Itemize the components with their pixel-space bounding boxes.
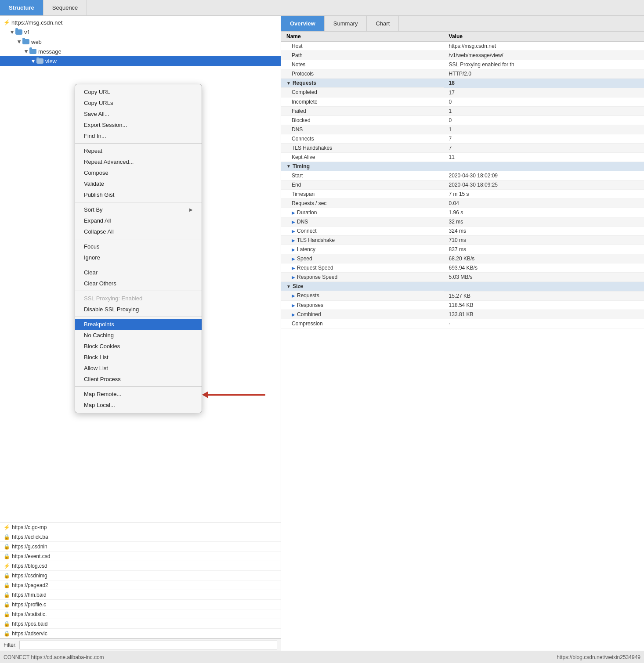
list-item[interactable]: 🔒 https://event.csd <box>0 551 281 561</box>
table-row[interactable]: ▶Request Speed693.94 KB/s <box>281 263 644 273</box>
list-item[interactable]: 🔒 https://csdnimg <box>0 571 281 580</box>
table-row[interactable]: Compression- <box>281 319 644 328</box>
list-item[interactable]: 🔒 https://statistic. <box>0 609 281 619</box>
tree-item-message[interactable]: ▶ message <box>0 47 281 56</box>
expand-arrow[interactable]: ▶ <box>292 312 295 317</box>
filter-input[interactable] <box>19 641 277 649</box>
menu-item-breakpoints[interactable]: Breakpoints <box>75 319 202 330</box>
table-row[interactable]: ProtocolsHTTP/2.0 <box>281 69 644 79</box>
menu-item-ignore[interactable]: Ignore <box>75 252 202 263</box>
lock-icon: 🔒 <box>4 534 10 540</box>
list-item[interactable]: ⚡ https://c.go-mp <box>0 522 281 532</box>
list-item[interactable]: 🔒 https://hm.baid <box>0 590 281 600</box>
list-item[interactable]: 🔒 https://adservic <box>0 629 281 638</box>
table-row[interactable]: ▶Combined133.81 KB <box>281 310 644 319</box>
lock-icon: 🔒 <box>4 621 10 627</box>
status-right: https://blog.csdn.net/weixin2534949 <box>557 654 640 660</box>
list-item[interactable]: 🔒 https://profile.c <box>0 600 281 609</box>
table-row[interactable]: Completed17 <box>281 88 644 97</box>
tree-item-web[interactable]: ▶ web <box>0 37 281 47</box>
table-row[interactable]: Failed1 <box>281 106 644 115</box>
table-row[interactable]: ▼Timing <box>281 162 644 171</box>
menu-item-compose[interactable]: Compose <box>75 167 202 178</box>
expand-arrow[interactable]: ▶ <box>292 210 295 215</box>
table-row[interactable]: ▼Size <box>281 282 644 292</box>
tab-structure[interactable]: Structure <box>0 0 43 15</box>
menu-item-copy-urls[interactable]: Copy URLs <box>75 97 202 108</box>
menu-separator-5 <box>75 291 202 291</box>
menu-item-find-in[interactable]: Find In... <box>75 130 202 141</box>
list-item[interactable]: 🔒 https://g.csdnin <box>0 542 281 551</box>
table-row[interactable]: Path/v1/web/message/view/ <box>281 51 644 60</box>
expand-arrow[interactable]: ▶ <box>292 220 295 224</box>
arrowhead <box>202 391 208 398</box>
list-item[interactable]: 🔒 https://pagead2 <box>0 580 281 590</box>
table-row[interactable]: Timespan7 m 15 s <box>281 190 644 199</box>
table-row[interactable]: Connects7 <box>281 134 644 143</box>
table-row[interactable]: ▶Latency837 ms <box>281 245 644 254</box>
menu-item-block-cookies[interactable]: Block Cookies <box>75 341 202 352</box>
menu-item-repeat[interactable]: Repeat <box>75 145 202 156</box>
menu-item-clear[interactable]: Clear <box>75 267 202 278</box>
menu-item-ssl-proxying: SSL Proxying: Enabled <box>75 293 202 304</box>
submenu-arrow: ▶ <box>189 207 193 212</box>
tab-overview[interactable]: Overview <box>281 16 325 31</box>
tree-root[interactable]: ⚡ https://msg.csdn.net <box>0 18 281 27</box>
table-row[interactable]: ▶Connect324 ms <box>281 227 644 236</box>
menu-item-expand-all[interactable]: Expand All <box>75 215 202 226</box>
tab-sequence[interactable]: Sequence <box>43 0 87 15</box>
menu-item-disable-ssl[interactable]: Disable SSL Proxying <box>75 304 202 315</box>
list-item[interactable]: ⚡ https://blog.csd <box>0 561 281 571</box>
table-row[interactable]: ▶Requests15.27 KB <box>281 291 644 300</box>
table-row[interactable]: ▶Response Speed5.03 MB/s <box>281 273 644 282</box>
table-row[interactable]: ▼Requests18 <box>281 79 644 88</box>
top-tab-bar: Structure Sequence <box>0 0 644 16</box>
tree-item-v1[interactable]: ▶ v1 <box>0 27 281 37</box>
expand-arrow[interactable]: ▶ <box>292 275 295 280</box>
table-row[interactable]: ▶TLS Handshake710 ms <box>281 236 644 245</box>
table-row[interactable]: DNS1 <box>281 125 644 134</box>
expand-arrow[interactable]: ▶ <box>292 247 295 252</box>
menu-item-copy-url[interactable]: Copy URL <box>75 86 202 97</box>
menu-item-clear-others[interactable]: Clear Others <box>75 278 202 289</box>
menu-item-save-all[interactable]: Save All... <box>75 108 202 119</box>
table-row[interactable]: ▶Duration1.96 s <box>281 208 644 217</box>
expand-arrow[interactable]: ▶ <box>292 266 295 270</box>
table-row[interactable]: Blocked0 <box>281 115 644 125</box>
expand-arrow[interactable]: ▶ <box>292 238 295 243</box>
menu-item-export-session[interactable]: Export Session... <box>75 119 202 130</box>
table-row[interactable]: ▶Speed68.20 KB/s <box>281 254 644 263</box>
expand-arrow[interactable]: ▶ <box>292 256 295 261</box>
expand-arrow[interactable]: ▶ <box>292 293 295 298</box>
table-row[interactable]: Start2020-04-30 18:02:09 <box>281 171 644 180</box>
expand-arrow[interactable]: ▶ <box>292 303 295 308</box>
breakpoint-arrow <box>202 391 265 398</box>
menu-item-publish-gist[interactable]: Publish Gist <box>75 189 202 200</box>
table-row[interactable]: ▶DNS32 ms <box>281 217 644 227</box>
menu-item-collapse-all[interactable]: Collapse All <box>75 226 202 237</box>
list-item[interactable]: 🔒 https://eclick.ba <box>0 532 281 542</box>
menu-item-map-local[interactable]: Map Local... <box>75 400 202 411</box>
table-row[interactable]: ▶Responses118.54 KB <box>281 300 644 310</box>
expand-arrow[interactable]: ▶ <box>292 229 295 234</box>
table-row[interactable]: NotesSSL Proxying enabled for th <box>281 60 644 69</box>
menu-item-map-remote[interactable]: Map Remote... <box>75 389 202 400</box>
menu-item-allow-list[interactable]: Allow List <box>75 363 202 374</box>
table-row[interactable]: Hosthttps://msg.csdn.net <box>281 42 644 51</box>
table-row[interactable]: Incomplete0 <box>281 97 644 106</box>
tab-summary[interactable]: Summary <box>325 16 367 31</box>
menu-item-sort-by[interactable]: Sort By ▶ <box>75 204 202 215</box>
table-row[interactable]: Requests / sec0.04 <box>281 199 644 208</box>
menu-item-block-list[interactable]: Block List <box>75 352 202 363</box>
tab-chart[interactable]: Chart <box>367 16 399 31</box>
menu-item-validate[interactable]: Validate <box>75 178 202 189</box>
menu-item-focus[interactable]: Focus <box>75 241 202 252</box>
list-item[interactable]: 🔒 https://pos.baid <box>0 619 281 629</box>
table-row[interactable]: Kept Alive11 <box>281 152 644 162</box>
table-row[interactable]: TLS Handshakes7 <box>281 143 644 152</box>
menu-item-no-caching[interactable]: No Caching <box>75 330 202 341</box>
menu-item-client-process[interactable]: Client Process <box>75 374 202 385</box>
menu-item-repeat-advanced[interactable]: Repeat Advanced... <box>75 156 202 167</box>
table-row[interactable]: End2020-04-30 18:09:25 <box>281 180 644 190</box>
tree-item-view[interactable]: ▶ view <box>0 56 281 66</box>
